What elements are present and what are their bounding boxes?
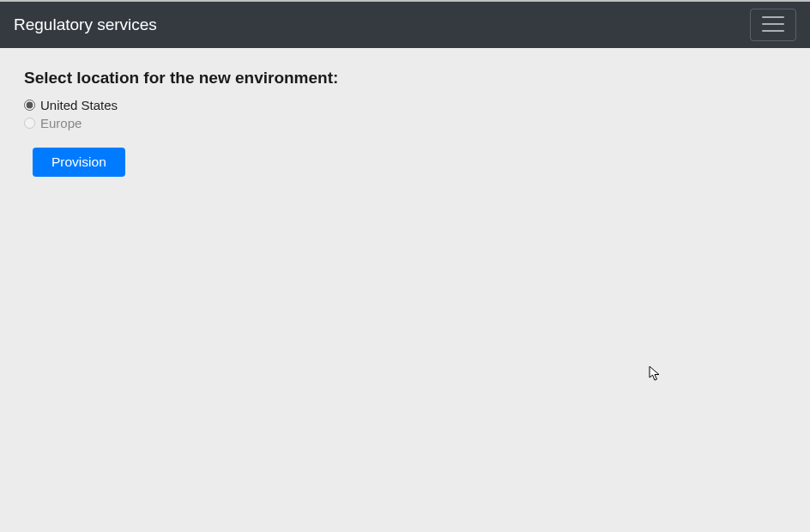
main-content: Select location for the new environment:…	[0, 48, 810, 197]
radio-label: Europe	[40, 116, 82, 130]
navbar-toggle-button[interactable]	[750, 9, 796, 41]
navbar-brand: Regulatory services	[14, 15, 157, 34]
radio-option-united-states[interactable]: United States	[24, 96, 786, 114]
hamburger-icon	[761, 15, 785, 36]
form-heading: Select location for the new environment:	[24, 69, 786, 88]
radio-input-europe[interactable]	[24, 118, 35, 129]
mouse-cursor-icon	[649, 366, 662, 386]
radio-label: United States	[40, 98, 118, 112]
radio-option-europe[interactable]: Europe	[24, 114, 786, 132]
location-radio-group: United States Europe	[24, 96, 786, 132]
provision-button[interactable]: Provision	[33, 148, 125, 177]
radio-input-united-states[interactable]	[24, 100, 35, 111]
navbar: Regulatory services	[0, 2, 810, 48]
